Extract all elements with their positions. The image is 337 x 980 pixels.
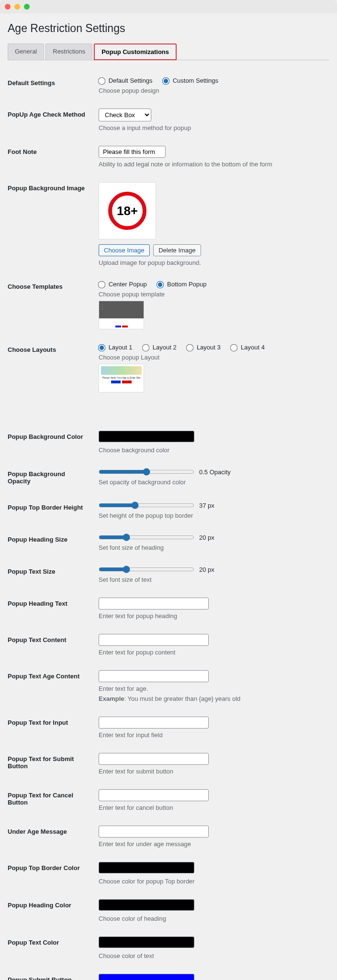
slider-bg-opacity[interactable] <box>99 468 194 476</box>
desc-text-cancel: Enter text for cancel button <box>99 804 325 811</box>
delete-image-button[interactable]: Delete Image <box>153 244 201 256</box>
radio-layout-4[interactable]: Layout 4 <box>231 344 265 351</box>
input-text-cancel[interactable] <box>99 789 209 801</box>
desc-text-content: Enter text for popup content <box>99 649 325 656</box>
close-window-icon[interactable] <box>5 4 11 10</box>
tabs: General Restrictions Popup Customization… <box>8 44 329 60</box>
radio-default-settings-custom[interactable]: Custom Settings <box>163 77 218 84</box>
choose-image-button[interactable]: Choose Image <box>99 244 150 256</box>
layout-thumbnail: Please Verify Your Age to Enter Site <box>99 364 144 392</box>
color-submit[interactable] <box>99 974 194 980</box>
input-text-age[interactable] <box>99 670 209 682</box>
radio-label: Layout 4 <box>241 344 265 351</box>
page-title: Age Restriction Settings <box>8 22 329 35</box>
radio-label: Bottom Popup <box>167 281 206 288</box>
slider-border-height[interactable] <box>99 501 194 509</box>
radio-label: Custom Settings <box>173 77 218 84</box>
color-bg[interactable] <box>99 431 194 442</box>
label-text-color: Popup Text Color <box>8 929 94 967</box>
desc-foot-note: Ability to add legal note or information… <box>99 161 325 168</box>
color-heading[interactable] <box>99 899 194 911</box>
desc-bg-image: Upload image for popup background. <box>99 259 325 266</box>
radio-template-center[interactable]: Center Popup <box>99 281 147 288</box>
eighteen-plus-icon: 18+ <box>108 192 146 230</box>
desc-heading-color: Choose color of heading <box>99 915 325 922</box>
label-heading-color: Popup Heading Color <box>8 892 94 929</box>
radio-layout-1[interactable]: Layout 1 <box>99 344 133 351</box>
template-thumbnail: • • •━━━━ <box>99 301 144 329</box>
label-border-color: Popup Top Border Color <box>8 855 94 892</box>
desc-border-color: Choose color for popup Top border <box>99 878 325 885</box>
radio-layout-3[interactable]: Layout 3 <box>187 344 221 351</box>
radio-template-bottom[interactable]: Bottom Popup <box>157 281 206 288</box>
desc-under-age: Enter text for under age message <box>99 840 325 848</box>
desc-age-check: Choose a input method for popup <box>99 124 325 131</box>
label-border-height: Popup Top Border Height <box>8 494 94 526</box>
minimize-window-icon[interactable] <box>14 4 20 10</box>
label-heading-size: Popup Heading Size <box>8 526 94 558</box>
color-text[interactable] <box>99 936 194 948</box>
label-foot-note: Foot Note <box>8 139 94 175</box>
input-text-for-input[interactable] <box>99 717 209 729</box>
slider-text-size[interactable] <box>99 566 194 573</box>
radio-label: Layout 3 <box>197 344 221 351</box>
label-text-content: Popup Text Content <box>8 627 94 663</box>
input-text-submit[interactable] <box>99 753 209 765</box>
label-templates: Choose Templates <box>8 273 94 337</box>
label-default-settings: Default Settings <box>8 70 94 101</box>
slider-heading-size[interactable] <box>99 534 194 541</box>
desc-text-input: Enter text for input field <box>99 731 325 739</box>
value-border-height: 37 px <box>199 502 214 509</box>
desc-layouts: Choose popup Layout <box>99 354 325 361</box>
desc-bg-color: Choose background color <box>99 446 325 454</box>
radio-default-settings-default[interactable]: Default Settings <box>99 77 152 84</box>
desc-heading-text: Enter text for popup heading <box>99 612 325 620</box>
label-text-size: Popup Text Size <box>8 558 94 590</box>
radio-label: Default Settings <box>109 77 153 84</box>
input-under-age[interactable] <box>99 826 209 838</box>
bg-image-preview: 18+ <box>99 182 156 240</box>
radio-label: Layout 2 <box>153 344 177 351</box>
window-chrome <box>0 0 337 13</box>
desc-border-height: Set height of the popup top border <box>99 512 325 519</box>
desc-text-submit: Enter text for submit button <box>99 768 325 775</box>
label-text-age: Popup Text Age Content <box>8 663 94 709</box>
example-text-age: Example: You must be greater than {age} … <box>99 695 325 702</box>
desc-text-color: Choose color of text <box>99 952 325 959</box>
label-bg-color: Popup Background Color <box>8 424 94 461</box>
label-under-age: Under Age Message <box>8 818 94 855</box>
label-age-check: PopUp Age Check Method <box>8 101 94 139</box>
radio-label: Layout 1 <box>109 344 133 351</box>
value-text-size: 20 px <box>199 566 214 573</box>
desc-bg-opacity: Set opacity of background color <box>99 479 325 486</box>
label-text-cancel: Popup Text for Cancel Button <box>8 782 94 818</box>
desc-templates: Choose popup template <box>99 291 325 298</box>
label-heading-text: Popup Heading Text <box>8 590 94 627</box>
radio-layout-2[interactable]: Layout 2 <box>143 344 177 351</box>
input-heading-text[interactable] <box>99 598 209 610</box>
label-bg-image: Popup Background Image <box>8 175 94 273</box>
label-bg-opacity: Popup Background Opacity <box>8 461 94 494</box>
tab-popup-customizations[interactable]: Popup Customizations <box>94 44 177 60</box>
value-bg-opacity: 0.5 Opacity <box>199 468 231 476</box>
label-text-submit: Popup Text for Submit Button <box>8 746 94 782</box>
desc-text-size: Set font size of text <box>99 576 325 583</box>
value-heading-size: 20 px <box>199 534 214 541</box>
tab-general[interactable]: General <box>8 44 44 60</box>
radio-label: Center Popup <box>109 281 147 288</box>
color-border[interactable] <box>99 862 194 873</box>
label-submit-color: Popup Submit Button Color <box>8 967 94 980</box>
input-foot-note[interactable] <box>99 146 166 158</box>
maximize-window-icon[interactable] <box>24 4 30 10</box>
desc-heading-size: Set font size of heading <box>99 544 325 551</box>
select-age-check-method[interactable]: Check Box <box>99 109 151 121</box>
desc-text-age: Enter text for age. <box>99 685 325 692</box>
input-text-content[interactable] <box>99 634 209 646</box>
label-text-input: Popup Text for Input <box>8 709 94 746</box>
desc-default-settings: Choose popup design <box>99 87 325 94</box>
label-layouts: Choose Layouts <box>8 337 94 400</box>
tab-restrictions[interactable]: Restrictions <box>45 44 92 60</box>
